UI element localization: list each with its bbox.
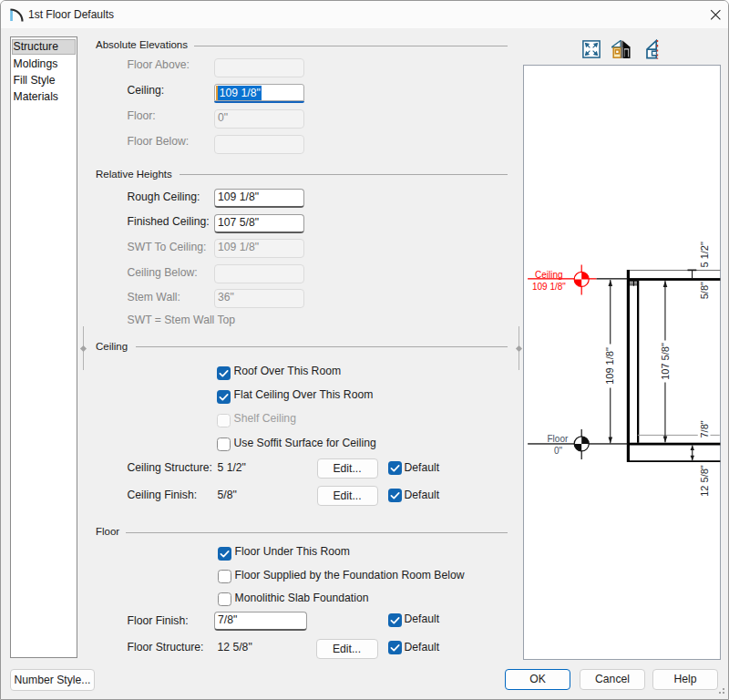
- svg-text:109 1/8": 109 1/8": [532, 281, 566, 291]
- svg-text:107 5/8": 107 5/8": [660, 343, 671, 380]
- svg-text:7/8": 7/8": [699, 420, 710, 438]
- svg-text:109 1/8": 109 1/8": [604, 347, 615, 385]
- svg-text:Floor: Floor: [548, 434, 569, 444]
- svg-text:5 1/2": 5 1/2": [699, 242, 710, 267]
- svg-text:12 5/8": 12 5/8": [699, 465, 710, 497]
- svg-text:0": 0": [554, 446, 563, 456]
- svg-text:Ceiling: Ceiling: [535, 269, 563, 279]
- svg-text:5/8": 5/8": [699, 282, 710, 299]
